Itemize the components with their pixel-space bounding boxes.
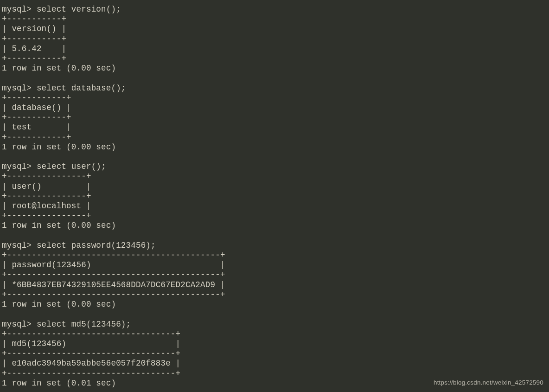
terminal-line: mysql> select md5(123456); <box>2 320 547 329</box>
terminal-line: +-----------+ <box>2 34 547 44</box>
terminal-line: | md5(123456) | <box>2 339 547 349</box>
terminal-line: | *6BB4837EB74329105EE4568DDA7DC67ED2CA2… <box>2 280 547 290</box>
terminal-line: +----------------+ <box>2 172 547 181</box>
terminal-line: +------------+ <box>2 133 547 142</box>
terminal-line: +----------------------------------+ <box>2 329 547 339</box>
terminal-line: +------------+ <box>2 93 547 103</box>
terminal-line: mysql> select password(123456); <box>2 241 547 251</box>
terminal-line: | database() | <box>2 103 547 113</box>
terminal-line <box>2 73 547 83</box>
terminal-line: +---------------------------------------… <box>2 290 547 300</box>
terminal-line: +---------------------------------------… <box>2 270 547 280</box>
terminal-line: +------------+ <box>2 113 547 122</box>
terminal-line: mysql> select user(); <box>2 162 547 172</box>
terminal-line: | root@localhost | <box>2 201 547 211</box>
terminal-line <box>2 231 547 241</box>
terminal-line: | test | <box>2 122 547 132</box>
terminal-line: +----------------------------------+ <box>2 349 547 359</box>
terminal-output: mysql> select version();+-----------+| v… <box>0 0 549 388</box>
terminal-line: | user() | <box>2 182 547 192</box>
watermark-text: https://blog.csdn.net/weixin_42572590 <box>434 378 543 387</box>
terminal-line: 1 row in set (0.00 sec) <box>2 300 547 309</box>
terminal-line: 1 row in set (0.00 sec) <box>2 221 547 231</box>
terminal-line <box>2 152 547 162</box>
terminal-line: +-----------+ <box>2 14 547 24</box>
terminal-line: | 5.6.42 | <box>2 44 547 54</box>
terminal-line: +---------------------------------------… <box>2 251 547 260</box>
terminal-line: +----------------+ <box>2 192 547 201</box>
terminal-line: +----------------------------------+ <box>2 369 547 379</box>
terminal-line: 1 row in set (0.00 sec) <box>2 64 547 73</box>
terminal-line: | password(123456) | <box>2 260 547 270</box>
terminal-line: 1 row in set (0.00 sec) <box>2 142 547 152</box>
terminal-line <box>2 309 547 319</box>
terminal-line: | version() | <box>2 24 547 34</box>
terminal-line: +-----------+ <box>2 54 547 64</box>
terminal-line: | e10adc3949ba59abbe56e057f20f883e | <box>2 359 547 368</box>
terminal-line: +----------------+ <box>2 211 547 221</box>
terminal-line: mysql> select version(); <box>2 5 547 14</box>
terminal-line: mysql> select database(); <box>2 84 547 93</box>
